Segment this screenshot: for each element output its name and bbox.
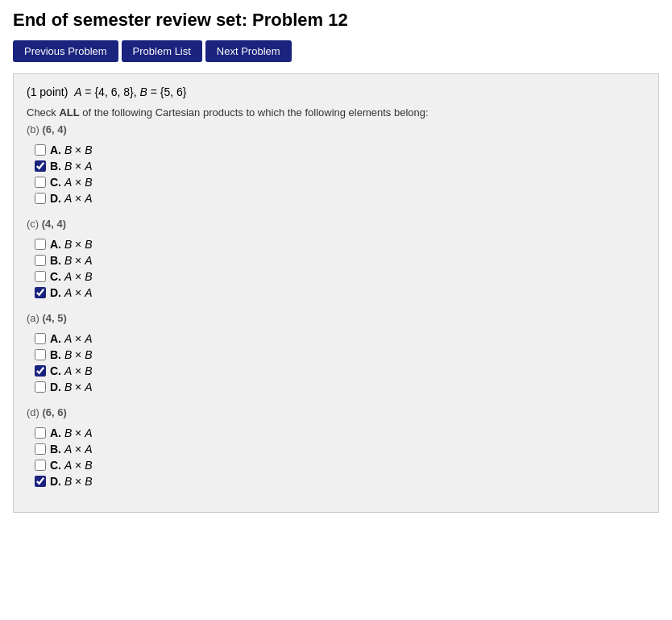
- part-d-options: A. B × A B. A × A C. A × B D. B × B: [35, 427, 645, 488]
- part-c-checkbox-d[interactable]: [35, 287, 46, 298]
- part-a-label: (a) (4, 5): [27, 312, 645, 324]
- part-d-checkbox-c[interactable]: [35, 460, 46, 471]
- part-a-checkbox-a[interactable]: [35, 333, 46, 344]
- part-b-options: A. B × B B. B × A C. A × B D. A × A: [35, 144, 645, 205]
- prev-problem-button[interactable]: Previous Problem: [13, 40, 118, 62]
- problem-instruction: Check ALL of the following Cartesian pro…: [27, 106, 645, 119]
- problem-sets: A = {4, 6, 8}, B = {5, 6}: [71, 85, 186, 98]
- next-problem-button[interactable]: Next Problem: [205, 40, 292, 62]
- part-b-option-a: A. B × B: [35, 144, 645, 156]
- part-d-label-c: C. A × B: [50, 459, 93, 472]
- part-b-option-d: D. A × A: [35, 192, 645, 205]
- part-c-label: (c) (4, 4): [27, 218, 645, 230]
- part-a-section: (a) (4, 5) A. A × A B. B × B C. A × B D: [27, 312, 645, 393]
- part-c-label-a: A. B × B: [50, 238, 93, 251]
- problem-box: (1 point) A = {4, 6, 8}, B = {5, 6} Chec…: [13, 73, 659, 513]
- part-c-checkbox-a[interactable]: [35, 239, 46, 250]
- part-c-checkbox-c[interactable]: [35, 271, 46, 282]
- part-b-checkbox-b[interactable]: [35, 160, 46, 172]
- part-d-label-b: B. A × A: [50, 443, 93, 456]
- part-c-option-d: D. A × A: [35, 286, 645, 299]
- problem-header: (1 point) A = {4, 6, 8}, B = {5, 6}: [27, 85, 645, 98]
- part-a-label-a: A. A × A: [50, 332, 93, 345]
- page-title: End of semester review set: Problem 12: [13, 10, 659, 31]
- part-a-checkbox-b[interactable]: [35, 349, 46, 360]
- part-c-label-c: C. A × B: [50, 270, 93, 283]
- problem-points: (1 point): [27, 85, 68, 98]
- part-b-label-c: C. A × B: [50, 176, 93, 189]
- part-c-option-a: A. B × B: [35, 238, 645, 251]
- part-b-checkbox-c[interactable]: [35, 177, 46, 188]
- part-b-label-b: B. B × A: [50, 160, 93, 173]
- part-d-option-c: C. A × B: [35, 459, 645, 472]
- part-a-options: A. A × A B. B × B C. A × B D. B × A: [35, 332, 645, 393]
- part-c-checkbox-b[interactable]: [35, 255, 46, 266]
- problem-list-button[interactable]: Problem List: [122, 40, 202, 62]
- page-container: End of semester review set: Problem 12 P…: [0, 0, 672, 522]
- part-d-section: (d) (6, 6) A. B × A B. A × A C. A × B D: [27, 406, 645, 488]
- part-c-option-b: B. B × A: [35, 254, 645, 267]
- part-a-checkbox-c[interactable]: [35, 365, 46, 377]
- part-c-label-d: D. A × A: [50, 286, 93, 299]
- part-c-label-b: B. B × A: [50, 254, 93, 267]
- part-b-option-c: C. A × B: [35, 176, 645, 189]
- part-c-options: A. B × B B. B × A C. A × B D. A × A: [35, 238, 645, 299]
- part-d-option-b: B. A × A: [35, 443, 645, 456]
- part-a-option-d: D. B × A: [35, 381, 645, 393]
- part-d-checkbox-d[interactable]: [35, 476, 46, 487]
- part-b-checkbox-d[interactable]: [35, 193, 46, 204]
- part-b-option-b: B. B × A: [35, 160, 645, 173]
- part-b-label-a: A. B × B: [50, 144, 93, 156]
- part-d-label: (d) (6, 6): [27, 406, 645, 418]
- part-d-option-d: D. B × B: [35, 475, 645, 488]
- part-b-checkbox-a[interactable]: [35, 144, 46, 156]
- part-d-option-a: A. B × A: [35, 427, 645, 439]
- part-a-option-c: C. A × B: [35, 364, 645, 377]
- part-a-option-a: A. A × A: [35, 332, 645, 345]
- part-a-option-b: B. B × B: [35, 348, 645, 361]
- part-b-label-d: D. A × A: [50, 192, 93, 205]
- part-a-checkbox-d[interactable]: [35, 381, 46, 393]
- part-d-label-a: A. B × A: [50, 427, 93, 439]
- part-a-label-d: D. B × A: [50, 381, 93, 393]
- part-d-checkbox-a[interactable]: [35, 427, 46, 439]
- part-d-checkbox-b[interactable]: [35, 443, 46, 455]
- part-b-section: (b) (6, 4) A. B × B B. B × A C. A × B D: [27, 123, 645, 205]
- part-c-option-c: C. A × B: [35, 270, 645, 283]
- part-c-section: (c) (4, 4) A. B × B B. B × A C. A × B D: [27, 218, 645, 299]
- part-a-label-c: C. A × B: [50, 364, 93, 377]
- part-d-label-d: D. B × B: [50, 475, 93, 488]
- part-b-label: (b) (6, 4): [27, 123, 645, 135]
- part-a-label-b: B. B × B: [50, 348, 93, 361]
- toolbar: Previous Problem Problem List Next Probl…: [13, 40, 659, 62]
